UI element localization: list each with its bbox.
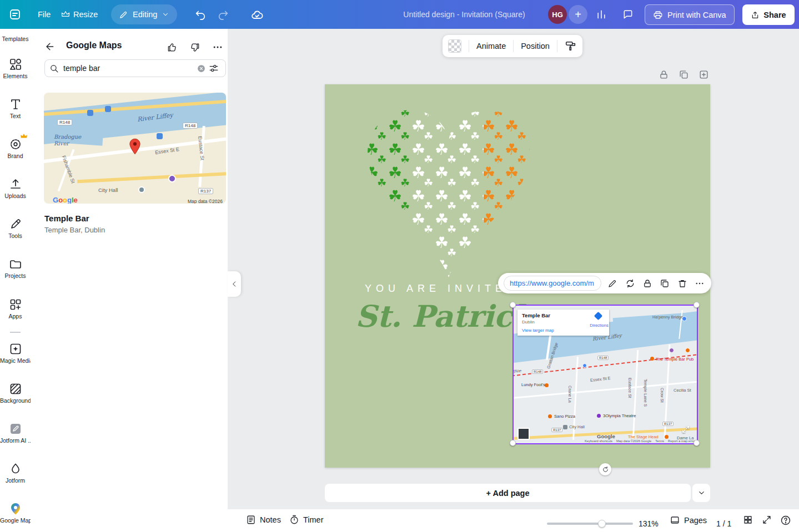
add-page-dropdown-button[interactable] bbox=[692, 484, 710, 502]
panel-more-button[interactable] bbox=[209, 39, 226, 55]
duplicate-element-button[interactable] bbox=[659, 277, 671, 290]
sidebar-item-text[interactable]: Text bbox=[0, 98, 31, 119]
design-title[interactable]: Untitled design - Invitation (Square) bbox=[366, 10, 562, 19]
report-error-link[interactable]: Report a map error bbox=[668, 439, 695, 443]
sidebar-item-brand[interactable]: Brand bbox=[0, 138, 31, 159]
sidebar-item-projects[interactable]: Projects bbox=[0, 257, 31, 279]
animate-button[interactable]: Animate bbox=[476, 42, 506, 50]
crop-resize-icon[interactable] bbox=[681, 425, 690, 434]
lock-element-button[interactable] bbox=[641, 277, 654, 290]
sidebar-item-google-maps[interactable]: Google Maps bbox=[0, 502, 31, 524]
road-dame bbox=[77, 172, 226, 184]
search-input[interactable] bbox=[63, 64, 195, 73]
editing-label: Editing bbox=[133, 10, 157, 19]
rotate-handle[interactable] bbox=[599, 463, 611, 475]
poi-cityhall-marker bbox=[138, 186, 145, 193]
map-result-thumbnail[interactable]: River Liffey Bradogue River Essex St E E… bbox=[44, 93, 226, 204]
thumbs-up-button[interactable] bbox=[164, 39, 180, 55]
map-url-chip[interactable]: https://www.google.com/m bbox=[504, 276, 601, 291]
duplicate-page-button[interactable] bbox=[677, 68, 690, 81]
add-page-button[interactable]: + Add page bbox=[325, 484, 691, 502]
element-more-button[interactable] bbox=[694, 277, 706, 290]
sidebar-item-background[interactable]: Background bbox=[0, 382, 31, 404]
filter-sliders-icon bbox=[209, 63, 219, 73]
keyboard-shortcuts-link[interactable]: Keyboard shortcuts bbox=[585, 439, 612, 443]
notes-icon bbox=[246, 515, 256, 525]
zoom-level[interactable]: 131% bbox=[639, 519, 659, 528]
search-filter-button[interactable] bbox=[207, 61, 221, 75]
view-larger-map-link[interactable]: View larger map bbox=[522, 328, 554, 333]
google-maps-pin-icon bbox=[9, 502, 22, 515]
background-color-button[interactable] bbox=[448, 39, 461, 53]
zoom-slider-track[interactable] bbox=[547, 523, 633, 525]
clear-search-button[interactable] bbox=[195, 63, 207, 74]
status-bar: Notes Timer 131% Pages 1 / 1 bbox=[228, 509, 799, 532]
panel-collapse-button[interactable] bbox=[228, 271, 241, 297]
resize-handle-top-left[interactable] bbox=[510, 302, 516, 308]
pencil-icon bbox=[119, 10, 128, 19]
position-button[interactable]: Position bbox=[521, 42, 550, 50]
notes-button[interactable]: Notes bbox=[246, 515, 281, 525]
print-with-canva-button[interactable]: Print with Canva bbox=[645, 4, 735, 25]
grid-view-button[interactable] bbox=[743, 515, 753, 525]
help-button[interactable] bbox=[780, 515, 791, 526]
add-member-button[interactable]: + bbox=[569, 5, 587, 24]
pages-view-button[interactable]: Pages bbox=[670, 515, 707, 525]
redo-icon bbox=[217, 8, 229, 21]
sidebar-item-templates[interactable]: Templates bbox=[0, 36, 31, 42]
lock-page-button[interactable] bbox=[657, 68, 670, 81]
road-shield: R137 bbox=[551, 428, 562, 432]
zoom-slider-handle[interactable] bbox=[598, 520, 606, 528]
directions-icon[interactable] bbox=[594, 312, 603, 321]
resize-handle-bottom-right[interactable] bbox=[694, 440, 700, 446]
transit-marker bbox=[105, 106, 111, 112]
more-dots-icon bbox=[212, 42, 223, 53]
home-menu-button[interactable] bbox=[6, 5, 24, 24]
resize-handle-bottom-left[interactable] bbox=[510, 440, 516, 446]
resize-handle-top-right[interactable] bbox=[694, 302, 700, 308]
undo-button[interactable] bbox=[192, 6, 209, 23]
sidebar-item-uploads[interactable]: Uploads bbox=[0, 178, 31, 199]
street-label: Cecilia St bbox=[674, 388, 691, 393]
street-label: Ha'penny Bridge bbox=[652, 315, 683, 320]
editing-mode-dropdown[interactable]: Editing bbox=[111, 4, 177, 24]
fullscreen-button[interactable] bbox=[762, 515, 772, 525]
avatar[interactable]: HG bbox=[548, 5, 567, 24]
terms-link[interactable]: Terms bbox=[655, 439, 664, 443]
google-maps-panel: Google Maps bbox=[31, 29, 228, 532]
sidebar-item-apps[interactable]: Apps bbox=[0, 298, 31, 320]
panel-back-button[interactable] bbox=[42, 39, 57, 54]
poi-dot bbox=[548, 414, 552, 418]
edit-link-button[interactable] bbox=[606, 277, 619, 290]
timer-button[interactable]: Timer bbox=[289, 515, 324, 525]
sidebar-item-tools[interactable]: Tools bbox=[0, 217, 31, 239]
notes-label: Notes bbox=[260, 515, 281, 524]
rail-label: Jotform bbox=[0, 477, 31, 484]
file-menu[interactable]: File bbox=[34, 0, 54, 29]
thumbs-up-icon bbox=[167, 42, 178, 53]
share-button[interactable]: Share bbox=[742, 4, 795, 25]
thumbs-down-button[interactable] bbox=[186, 39, 203, 55]
sidebar-item-magic-media[interactable]: Magic Media bbox=[0, 342, 31, 364]
poi-label: 3Olympia Theatre bbox=[603, 413, 636, 418]
redo-button[interactable] bbox=[215, 6, 232, 23]
delete-element-button[interactable] bbox=[676, 277, 688, 290]
embedded-google-map[interactable]: River Liffey Bradogue River Essex St E E… bbox=[514, 306, 697, 443]
map-search-box bbox=[44, 59, 226, 77]
result-title[interactable]: Temple Bar bbox=[44, 214, 89, 223]
transit-marker bbox=[87, 110, 93, 116]
directions-link[interactable]: Directions bbox=[586, 323, 612, 328]
sidebar-item-jotform-ai[interactable]: Jotform AI ... bbox=[0, 422, 31, 444]
resize-button[interactable]: Resize bbox=[61, 0, 98, 29]
sidebar-item-elements[interactable]: Elements bbox=[0, 58, 31, 79]
add-page-icon-button[interactable] bbox=[697, 68, 710, 81]
lock-icon bbox=[659, 69, 669, 80]
road-shield: R137 bbox=[198, 188, 213, 194]
insights-button[interactable] bbox=[591, 4, 612, 25]
color-roller-icon[interactable] bbox=[565, 40, 577, 52]
rail-label: Projects bbox=[0, 272, 31, 279]
sidebar-item-jotform[interactable]: Jotform bbox=[0, 462, 31, 484]
refresh-map-button[interactable] bbox=[624, 277, 636, 290]
satellite-layer-toggle[interactable] bbox=[517, 428, 530, 440]
comments-button[interactable] bbox=[617, 4, 639, 25]
